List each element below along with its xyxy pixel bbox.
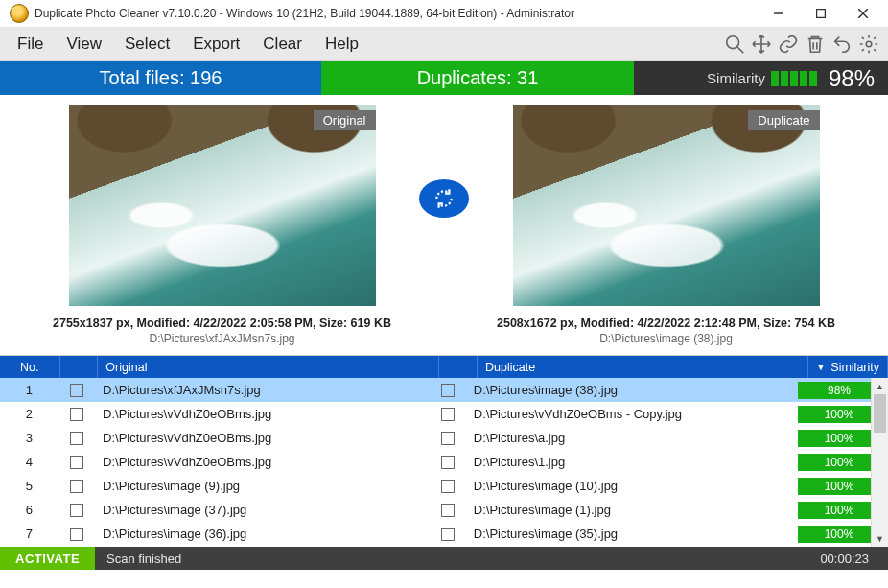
orig-checkbox[interactable]	[58, 426, 95, 450]
summary-banner: Total files: 196 Duplicates: 31 Similari…	[0, 61, 888, 95]
dup-path: D:\Pictures\1.jpg	[466, 450, 790, 474]
dup-checkbox[interactable]	[429, 498, 465, 522]
menu-file[interactable]: File	[6, 35, 55, 54]
orig-checkbox[interactable]	[58, 378, 95, 402]
original-preview: Original 2755x1837 px, Modified: 4/22/20…	[0, 105, 444, 345]
orig-checkbox[interactable]	[58, 474, 95, 498]
svg-line-5	[737, 47, 743, 53]
orig-checkbox[interactable]	[58, 498, 95, 522]
original-path: D:\Pictures\xfJAxJMsn7s.jpg	[0, 332, 444, 345]
col-duplicate[interactable]: Duplicate	[478, 356, 808, 378]
window-title: Duplicate Photo Cleaner v7.10.0.20 - Win…	[35, 7, 758, 20]
dup-checkbox[interactable]	[429, 522, 465, 546]
original-image[interactable]	[69, 105, 376, 306]
grid-body: 1D:\Pictures\xfJAxJMsn7s.jpgD:\Pictures\…	[0, 378, 888, 547]
table-row[interactable]: 5D:\Pictures\image (9).jpgD:\Pictures\im…	[0, 474, 888, 498]
orig-path: D:\Pictures\xfJAxJMsn7s.jpg	[95, 378, 429, 402]
table-row[interactable]: 7D:\Pictures\image (36).jpgD:\Pictures\i…	[0, 522, 888, 546]
row-no: 1	[0, 378, 58, 402]
table-row[interactable]: 6D:\Pictures\image (37).jpgD:\Pictures\i…	[0, 498, 888, 522]
orig-path: D:\Pictures\image (36).jpg	[95, 522, 429, 546]
orig-checkbox[interactable]	[58, 522, 95, 546]
similarity-label: Similarity	[707, 70, 765, 86]
orig-path: D:\Pictures\vVdhZ0eOBms.jpg	[95, 402, 429, 426]
similarity-percent: 98%	[829, 65, 875, 92]
app-icon	[10, 4, 29, 23]
similarity-badge: 100%	[798, 430, 880, 447]
gear-icon[interactable]	[855, 31, 882, 58]
scroll-thumb[interactable]	[874, 394, 886, 433]
duplicate-path: D:\Pictures\image (38).jpg	[444, 332, 888, 345]
compare-panel: Original 2755x1837 px, Modified: 4/22/20…	[0, 95, 888, 356]
orig-path: D:\Pictures\image (37).jpg	[95, 498, 429, 522]
row-no: 2	[0, 402, 58, 426]
dup-checkbox[interactable]	[429, 402, 465, 426]
table-row[interactable]: 3D:\Pictures\vVdhZ0eOBms.jpgD:\Pictures\…	[0, 426, 888, 450]
menu-export[interactable]: Export	[181, 35, 251, 54]
dup-checkbox[interactable]	[429, 450, 465, 474]
col-check-dup[interactable]	[439, 356, 478, 378]
link-icon[interactable]	[775, 31, 802, 58]
sort-desc-icon: ▼	[816, 363, 825, 372]
original-tag: Original	[314, 110, 376, 130]
col-original[interactable]: Original	[98, 356, 439, 378]
similarity-badge: 100%	[798, 454, 880, 471]
swap-button[interactable]	[419, 179, 469, 218]
col-similarity[interactable]: ▼Similarity	[808, 356, 888, 378]
col-check-orig[interactable]	[60, 356, 99, 378]
orig-checkbox[interactable]	[58, 450, 95, 474]
title-bar: Duplicate Photo Cleaner v7.10.0.20 - Win…	[0, 0, 888, 28]
similarity-badge: 100%	[798, 478, 880, 495]
row-no: 5	[0, 474, 58, 498]
row-no: 6	[0, 498, 58, 522]
dup-path: D:\Pictures\vVdhZ0eOBms - Copy.jpg	[466, 402, 790, 426]
vertical-scrollbar[interactable]: ▲ ▼	[871, 378, 888, 547]
row-no: 3	[0, 426, 58, 450]
menu-clear[interactable]: Clear	[251, 35, 314, 54]
table-row[interactable]: 1D:\Pictures\xfJAxJMsn7s.jpgD:\Pictures\…	[0, 378, 888, 402]
undo-icon[interactable]	[829, 31, 855, 58]
status-message: Scan finished	[95, 552, 801, 566]
minimize-button[interactable]	[758, 0, 800, 27]
scroll-down-icon[interactable]: ▼	[872, 530, 888, 547]
svg-point-4	[727, 36, 739, 49]
table-row[interactable]: 2D:\Pictures\vVdhZ0eOBms.jpgD:\Pictures\…	[0, 402, 888, 426]
row-no: 4	[0, 450, 58, 474]
menu-view[interactable]: View	[55, 35, 113, 54]
similarity-badge: 100%	[798, 406, 880, 423]
dup-checkbox[interactable]	[429, 378, 465, 402]
duplicates-label: Duplicates: 31	[417, 67, 539, 89]
orig-checkbox[interactable]	[58, 402, 95, 426]
duplicate-meta: 2508x1672 px, Modified: 4/22/2022 2:12:4…	[444, 317, 888, 330]
dup-path: D:\Pictures\image (10).jpg	[466, 474, 790, 498]
similarity-badge: 100%	[798, 502, 880, 519]
move-icon[interactable]	[748, 31, 775, 58]
activate-button[interactable]: ACTIVATE	[0, 547, 95, 570]
similarity-badge: 100%	[798, 526, 880, 543]
svg-point-6	[866, 41, 872, 47]
results-grid: No. Original Duplicate ▼Similarity 1D:\P…	[0, 356, 888, 547]
dup-checkbox[interactable]	[429, 426, 465, 450]
orig-path: D:\Pictures\vVdhZ0eOBms.jpg	[95, 450, 429, 474]
row-no: 7	[0, 522, 58, 546]
scroll-up-icon[interactable]: ▲	[872, 378, 888, 394]
menu-select[interactable]: Select	[113, 35, 181, 54]
search-icon[interactable]	[721, 31, 748, 58]
dup-path: D:\Pictures\a.jpg	[466, 426, 790, 450]
maximize-button[interactable]	[800, 0, 842, 27]
orig-path: D:\Pictures\image (9).jpg	[95, 474, 429, 498]
close-button[interactable]	[842, 0, 884, 27]
table-row[interactable]: 4D:\Pictures\vVdhZ0eOBms.jpgD:\Pictures\…	[0, 450, 888, 474]
col-no[interactable]: No.	[0, 356, 60, 378]
status-bar: ACTIVATE Scan finished 00:00:23	[0, 547, 888, 570]
svg-rect-1	[817, 10, 826, 18]
total-files-label: Total files: 196	[100, 67, 222, 89]
dup-path: D:\Pictures\image (1).jpg	[466, 498, 790, 522]
duplicate-image[interactable]	[513, 105, 820, 306]
menu-help[interactable]: Help	[314, 35, 370, 54]
dup-checkbox[interactable]	[429, 474, 465, 498]
original-meta: 2755x1837 px, Modified: 4/22/2022 2:05:5…	[0, 317, 444, 330]
trash-icon[interactable]	[802, 31, 829, 58]
duplicate-preview: Duplicate 2508x1672 px, Modified: 4/22/2…	[444, 105, 888, 345]
orig-path: D:\Pictures\vVdhZ0eOBms.jpg	[95, 426, 429, 450]
